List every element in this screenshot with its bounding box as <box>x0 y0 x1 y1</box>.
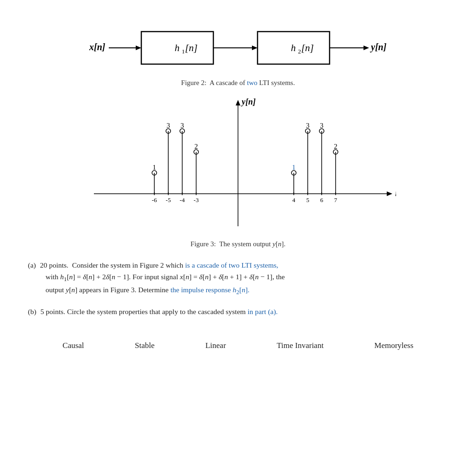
figure2-diagram: x[n] h 1 [n] h 2 [n] y[n] <box>28 23 448 74</box>
part-a-label: (a) <box>28 260 36 271</box>
svg-text:x[n]: x[n] <box>89 42 106 52</box>
svg-text:-6: -6 <box>152 197 157 203</box>
svg-marker-14 <box>364 46 369 50</box>
figure3-container: n y[n] -6 -5 -4 -3 4 5 <box>28 96 448 236</box>
svg-text:1: 1 <box>292 164 296 171</box>
figure3-caption: Figure 3: The system output y[n]. <box>28 240 448 248</box>
svg-text:[n]: [n] <box>185 42 198 53</box>
properties-row: Causal Stable Linear Time Invariant Memo… <box>28 341 448 350</box>
svg-text:3: 3 <box>320 122 324 129</box>
svg-text:1: 1 <box>182 48 185 55</box>
svg-text:2: 2 <box>298 48 301 55</box>
part-a-points: 20 points. <box>40 261 70 269</box>
svg-marker-2 <box>136 46 141 50</box>
svg-text:h: h <box>175 42 180 53</box>
svg-text:-3: -3 <box>194 197 199 203</box>
svg-marker-17 <box>387 191 392 196</box>
property-stable[interactable]: Stable <box>135 341 155 350</box>
svg-text:2: 2 <box>334 143 337 150</box>
property-memoryless[interactable]: Memoryless <box>374 341 413 350</box>
svg-text:6: 6 <box>320 197 324 203</box>
part-b-points: 5 points. <box>40 308 65 315</box>
page: x[n] h 1 [n] h 2 [n] y[n] Figure 2: A ca… <box>0 0 476 466</box>
part-a-text3: output y[n] appears in Figure 3. Determi… <box>46 286 250 294</box>
svg-text:-4: -4 <box>180 197 185 203</box>
svg-marker-8 <box>252 46 258 50</box>
svg-text:3: 3 <box>306 122 310 129</box>
figure2-caption: Figure 2: A cascade of two LTI systems. <box>28 79 448 87</box>
part-a-text2: with h1[n] = δ[n] + 2δ[n − 1]. For input… <box>46 273 285 281</box>
svg-text:7: 7 <box>334 197 337 203</box>
stem-plot-svg: n y[n] -6 -5 -4 -3 4 5 <box>80 96 396 236</box>
block-diagram-svg: x[n] h 1 [n] h 2 [n] y[n] <box>75 23 401 74</box>
part-a-text1: Consider the system in Figure 2 which is… <box>72 261 278 269</box>
part-a-section: (a) 20 points. Consider the system in Fi… <box>28 260 448 297</box>
svg-text:5: 5 <box>306 197 310 203</box>
svg-text:y[n]: y[n] <box>370 42 387 53</box>
svg-text:-5: -5 <box>166 197 171 203</box>
svg-text:4: 4 <box>292 197 296 203</box>
property-time-invariant[interactable]: Time Invariant <box>277 341 324 350</box>
svg-text:y[n]: y[n] <box>241 97 256 106</box>
property-linear[interactable]: Linear <box>205 341 226 350</box>
svg-marker-19 <box>236 100 240 105</box>
svg-text:1: 1 <box>152 164 156 171</box>
part-b-section: (b) 5 points. Circle the system properti… <box>28 306 448 318</box>
part-b-label: (b) <box>28 306 36 318</box>
svg-text:3: 3 <box>180 122 184 129</box>
svg-text:2: 2 <box>194 143 198 150</box>
part-b-text: Circle the system properties that apply … <box>67 308 278 315</box>
svg-text:h: h <box>291 42 296 53</box>
property-causal[interactable]: Causal <box>63 341 84 350</box>
svg-text:3: 3 <box>166 122 170 129</box>
svg-text:n: n <box>395 189 396 198</box>
svg-text:[n]: [n] <box>301 42 314 53</box>
